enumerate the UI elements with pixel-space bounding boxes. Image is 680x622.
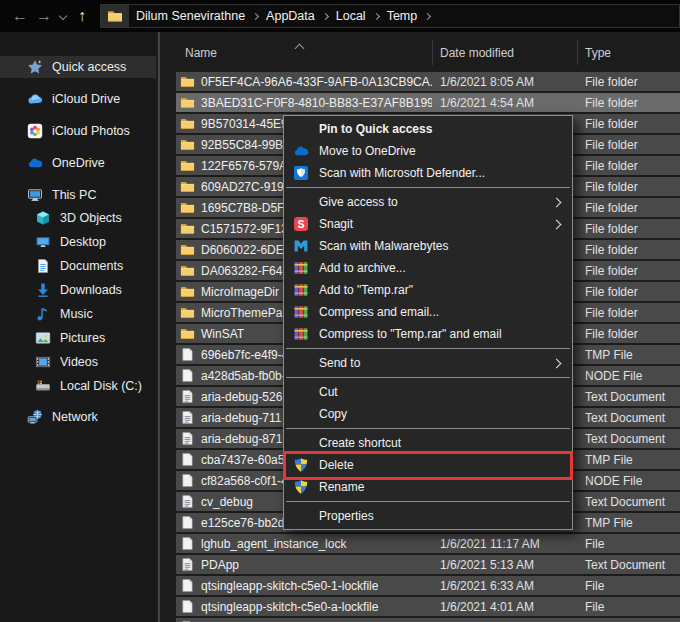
pictures-photo-icon <box>34 330 51 347</box>
folder-icon <box>180 74 195 89</box>
sidebar-item-downloads[interactable]: Downloads <box>0 278 156 302</box>
address-bar[interactable]: Dilum SenevirathneAppDataLocalTemp <box>100 4 680 28</box>
file-type: File folder <box>577 159 680 173</box>
breadcrumb-dilum-senevirathne[interactable]: Dilum Senevirathne <box>129 9 252 23</box>
folder-icon <box>180 137 195 152</box>
breadcrumb: Dilum SenevirathneAppDataLocalTemp <box>129 9 431 23</box>
network-globe-icon <box>26 409 43 426</box>
menu-item-compress-and-email[interactable]: Compress and email... <box>284 301 572 323</box>
file-name-cell: qtsingleapp-skitch-c5e0-1-lockfile <box>176 578 432 593</box>
file-icon <box>180 368 195 383</box>
file-row[interactable]: qtsingleapp-skitch-c5e0-1-lockfile 1/6/2… <box>176 576 680 595</box>
menu-item-properties[interactable]: Properties <box>284 505 572 527</box>
breadcrumb-local[interactable]: Local <box>329 9 373 23</box>
local-disk-icon <box>34 378 51 395</box>
file-name-cell: qtsingleapp-skitch-c5e0-a-lockfile <box>176 599 432 614</box>
file-text-icon <box>180 494 195 509</box>
chevron-right-icon[interactable] <box>424 14 431 19</box>
chevron-right-icon[interactable] <box>322 14 329 19</box>
chevron-right-icon <box>553 356 560 370</box>
menu-icon-empty <box>292 355 310 371</box>
menu-item-scan-with-malwarebytes[interactable]: Scan with Malwarebytes <box>284 235 572 257</box>
sidebar-item-icloud-drive[interactable]: iCloud Drive <box>0 88 156 110</box>
sidebar-item-icloud-photos[interactable]: iCloud Photos <box>0 120 156 142</box>
sidebar-item-documents[interactable]: Documents <box>0 254 156 278</box>
menu-item-scan-with-microsoft-defender[interactable]: Scan with Microsoft Defender... <box>284 162 572 184</box>
sidebar-item-pictures[interactable]: Pictures <box>0 326 156 350</box>
winrar-books-icon <box>292 282 310 298</box>
explorer-window: ← → ↑ Dilum SenevirathneAppDataLocalTemp… <box>0 0 680 622</box>
file-text-icon <box>180 431 195 446</box>
sidebar-item-quick-access[interactable]: Quick access <box>0 56 156 78</box>
sidebar-item-local-disk-c[interactable]: Local Disk (C:) <box>0 374 156 398</box>
menu-item-cut[interactable]: Cut <box>284 381 572 403</box>
sidebar-item-label: Local Disk (C:) <box>60 379 142 393</box>
menu-item-add-to-temp-rar[interactable]: Add to "Temp.rar" <box>284 279 572 301</box>
file-type: TMP File <box>577 516 680 530</box>
file-type: NODE File <box>577 474 680 488</box>
breadcrumb-temp[interactable]: Temp <box>380 9 425 23</box>
file-type: File folder <box>577 243 680 257</box>
column-divider[interactable] <box>432 40 433 65</box>
menu-item-pin-to-quick-access[interactable]: Pin to Quick access <box>284 118 572 140</box>
desktop-monitor-icon <box>34 234 51 251</box>
file-type: File folder <box>577 201 680 215</box>
sidebar-item-3d-objects[interactable]: 3D Objects <box>0 206 156 230</box>
chevron-right-icon[interactable] <box>373 14 380 19</box>
file-row[interactable] <box>176 618 680 622</box>
address-folder-icon <box>101 5 129 27</box>
menu-item-copy[interactable]: Copy <box>284 403 572 425</box>
menu-item-move-to-onedrive[interactable]: Move to OneDrive <box>284 140 572 162</box>
sidebar-item-label: Downloads <box>60 283 122 297</box>
file-row[interactable]: qtsingleapp-skitch-c5e0-a-lockfile 1/6/2… <box>176 597 680 616</box>
menu-item-send-to[interactable]: Send to <box>284 352 572 374</box>
sidebar-item-this-pc[interactable]: This PC <box>0 184 156 206</box>
file-row[interactable]: PDApp 1/6/2021 5:13 AM Text Document <box>176 555 680 574</box>
menu-item-rename[interactable]: Rename <box>284 476 572 498</box>
file-name: MicroImageDir <box>201 285 279 299</box>
file-type: File folder <box>577 222 680 236</box>
recent-locations-button[interactable] <box>56 4 70 28</box>
column-header-name[interactable]: Name <box>185 40 217 65</box>
winrar-books-icon <box>292 326 310 342</box>
forward-button[interactable]: → <box>32 4 56 28</box>
sidebar-item-music[interactable]: Music <box>0 302 156 326</box>
back-button[interactable]: ← <box>8 4 32 28</box>
folder-icon <box>180 221 195 236</box>
file-row[interactable]: 0F5EF4CA-96A6-433F-9AFB-0A13CB9CA... 1/6… <box>176 72 680 91</box>
file-name: cv_debug <box>201 495 253 509</box>
file-type: File folder <box>577 327 680 341</box>
malwarebytes-icon <box>292 238 310 254</box>
menu-icon-empty <box>292 194 310 210</box>
file-name-cell: 3BAED31C-F0F8-4810-BB83-E37AF8B19967 <box>176 95 432 110</box>
menu-item-compress-to-temp-rar-and-email[interactable]: Compress to "Temp.rar" and email <box>284 323 572 345</box>
file-type: File folder <box>577 117 680 131</box>
file-name: 3BAED31C-F0F8-4810-BB83-E37AF8B19967 <box>201 96 432 110</box>
up-button[interactable]: ↑ <box>70 4 94 28</box>
file-name: 609AD27C-9190 <box>201 180 290 194</box>
file-row[interactable]: 3BAED31C-F0F8-4810-BB83-E37AF8B19967 1/6… <box>176 93 680 112</box>
file-row[interactable]: lghub_agent_instance_lock 1/6/2021 11:17… <box>176 534 680 553</box>
sidebar-item-network[interactable]: Network <box>0 406 156 428</box>
file-icon <box>180 599 195 614</box>
menu-item-delete[interactable]: Delete <box>284 454 572 476</box>
breadcrumb-appdata[interactable]: AppData <box>259 9 322 23</box>
folder-icon <box>180 242 195 257</box>
sidebar-item-videos[interactable]: Videos <box>0 350 156 374</box>
menu-icon-empty <box>292 508 310 524</box>
sidebar-item-label: OneDrive <box>52 156 105 170</box>
column-divider[interactable] <box>577 40 578 65</box>
file-name: 9B570314-45E9- <box>201 117 292 131</box>
column-header-date-modified[interactable]: Date modified <box>440 40 514 65</box>
menu-item-snagit[interactable]: S Snagit <box>284 213 572 235</box>
menu-item-add-to-archive[interactable]: Add to archive... <box>284 257 572 279</box>
sidebar-item-onedrive[interactable]: OneDrive <box>0 152 156 174</box>
sidebar-splitter[interactable] <box>158 32 160 622</box>
folder-icon <box>180 179 195 194</box>
sidebar-item-desktop[interactable]: Desktop <box>0 230 156 254</box>
file-type: File <box>577 579 680 593</box>
chevron-right-icon[interactable] <box>252 14 259 19</box>
column-header-type[interactable]: Type <box>585 40 611 65</box>
menu-item-give-access-to[interactable]: Give access to <box>284 191 572 213</box>
menu-item-create-shortcut[interactable]: Create shortcut <box>284 432 572 454</box>
